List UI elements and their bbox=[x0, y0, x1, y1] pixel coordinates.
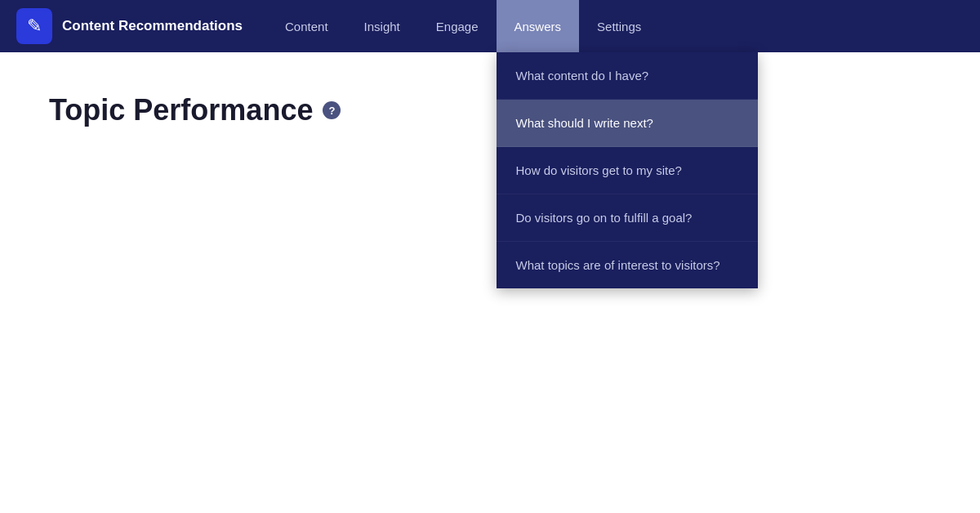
navbar: ✎ Content Recommendations Content Insigh… bbox=[0, 0, 980, 52]
page-title-container: Topic Performance ? bbox=[49, 93, 931, 127]
nav-item-insight[interactable]: Insight bbox=[346, 0, 418, 52]
dropdown-item-what-content[interactable]: What content do I have? bbox=[497, 52, 758, 100]
nav-item-engage[interactable]: Engage bbox=[418, 0, 497, 52]
dropdown-item-topics-interest[interactable]: What topics are of interest to visitors? bbox=[497, 242, 758, 288]
page-title: Topic Performance bbox=[49, 93, 313, 127]
nav-items: Content Insight Engage Answers What cont… bbox=[267, 0, 659, 52]
nav-item-answers-container: Answers What content do I have? What sho… bbox=[497, 0, 580, 52]
brand-icon: ✎ bbox=[27, 16, 42, 37]
nav-item-settings[interactable]: Settings bbox=[579, 0, 659, 52]
main-content: Topic Performance ? bbox=[0, 52, 980, 168]
dropdown-item-what-write[interactable]: What should I write next? bbox=[497, 100, 758, 147]
brand-logo[interactable]: ✎ bbox=[16, 8, 52, 44]
help-icon-button[interactable]: ? bbox=[323, 101, 341, 119]
nav-item-content[interactable]: Content bbox=[267, 0, 346, 52]
brand: ✎ Content Recommendations bbox=[16, 8, 243, 44]
brand-title: Content Recommendations bbox=[62, 18, 243, 34]
answers-dropdown-menu: What content do I have? What should I wr… bbox=[497, 52, 758, 288]
dropdown-item-visitors-goal[interactable]: Do visitors go on to fulfill a goal? bbox=[497, 194, 758, 242]
nav-item-answers[interactable]: Answers bbox=[497, 0, 580, 52]
dropdown-item-how-visitors[interactable]: How do visitors get to my site? bbox=[497, 147, 758, 194]
